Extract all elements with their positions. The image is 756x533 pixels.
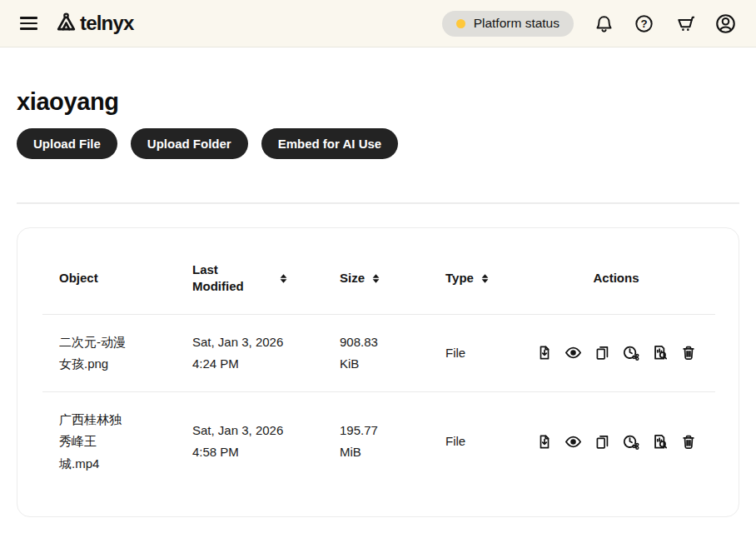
- size-cell: 195.77 MiB: [323, 392, 429, 491]
- actions-cell: [517, 314, 715, 392]
- table-header-row: Object Last Modified Size: [42, 248, 715, 314]
- last-modified-cell: Sat, Jan 3, 2026 4:58 PM: [176, 392, 323, 491]
- object-name-cell: 二次元-动漫女孩.png: [42, 314, 176, 392]
- size-cell: 908.83 KiB: [323, 314, 429, 392]
- column-header-size[interactable]: Size: [323, 248, 429, 314]
- main-content: xiaoyang Upload File Upload Folder Embed…: [0, 88, 756, 517]
- table-row: 广西桂林独秀峰王城.mp4 Sat, Jan 3, 2026 4:58 PM 1…: [42, 392, 715, 491]
- sort-icon: [278, 273, 289, 284]
- column-header-actions: Actions: [517, 248, 715, 314]
- download-file-icon[interactable]: [536, 433, 553, 451]
- help-question-icon[interactable]: ?: [634, 14, 654, 33]
- sort-icon: [480, 273, 490, 284]
- page-title: xiaoyang: [17, 88, 739, 116]
- last-modified-cell: Sat, Jan 3, 2026 4:24 PM: [176, 314, 323, 392]
- cart-icon[interactable]: [674, 13, 694, 33]
- preview-eye-icon[interactable]: [565, 433, 582, 451]
- type-cell: File: [429, 392, 517, 491]
- status-dot-icon: [456, 19, 465, 28]
- embed-for-ai-use-button[interactable]: Embed for AI Use: [261, 128, 398, 159]
- platform-status-pill[interactable]: Platform status: [442, 11, 574, 37]
- table-row: 二次元-动漫女孩.png Sat, Jan 3, 2026 4:24 PM 90…: [42, 314, 715, 392]
- preview-eye-icon[interactable]: [565, 344, 582, 361]
- svg-text:?: ?: [640, 17, 647, 30]
- delete-trash-icon[interactable]: [680, 344, 697, 361]
- column-header-object: Object: [42, 248, 176, 314]
- share-expiry-clock-icon[interactable]: [622, 344, 639, 361]
- logo-wordmark: telnyx: [80, 12, 134, 35]
- object-name-cell: 广西桂林独秀峰王城.mp4: [42, 392, 176, 491]
- download-file-icon[interactable]: [536, 344, 553, 361]
- column-header-type[interactable]: Type: [429, 248, 517, 314]
- copy-icon[interactable]: [594, 433, 610, 451]
- objects-table: Object Last Modified Size: [42, 248, 715, 491]
- platform-status-label: Platform status: [474, 16, 560, 31]
- topbar-right-group: Platform status ?: [442, 11, 736, 37]
- upload-folder-button[interactable]: Upload Folder: [131, 128, 248, 159]
- section-divider: [17, 202, 739, 204]
- hamburger-menu-icon[interactable]: [20, 13, 40, 33]
- copy-icon[interactable]: [594, 344, 610, 361]
- type-cell: File: [429, 314, 517, 392]
- telnyx-logo-mark-icon: [55, 11, 77, 37]
- account-avatar-icon[interactable]: [715, 13, 736, 34]
- upload-file-button[interactable]: Upload File: [17, 128, 117, 159]
- topbar: telnyx Platform status ?: [0, 0, 756, 47]
- telnyx-logo[interactable]: telnyx: [55, 11, 134, 37]
- actions-cell: [517, 392, 715, 491]
- bucket-action-buttons: Upload File Upload Folder Embed for AI U…: [17, 128, 739, 159]
- notifications-bell-icon[interactable]: [594, 14, 614, 33]
- inspect-file-icon[interactable]: [651, 344, 669, 361]
- delete-trash-icon[interactable]: [680, 433, 697, 451]
- objects-table-card: Object Last Modified Size: [17, 227, 739, 517]
- column-header-last-modified[interactable]: Last Modified: [176, 248, 323, 314]
- inspect-file-icon[interactable]: [651, 433, 669, 451]
- share-expiry-clock-icon[interactable]: [622, 433, 639, 451]
- sort-icon: [371, 273, 381, 284]
